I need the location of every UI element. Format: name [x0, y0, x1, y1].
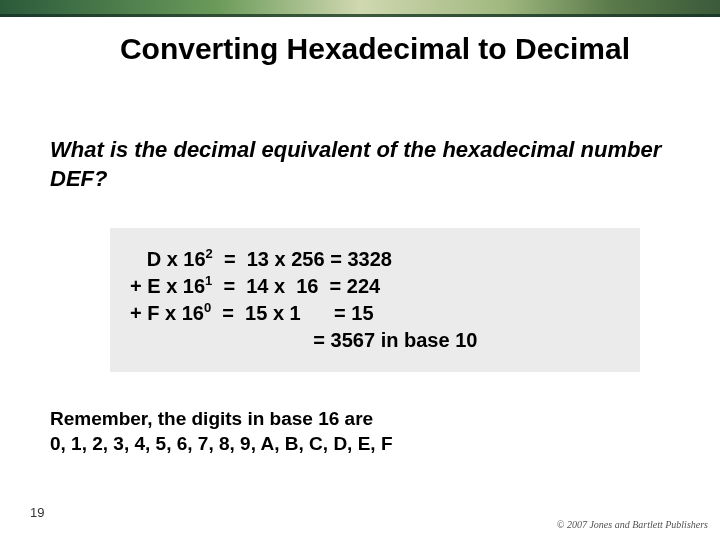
top-banner [0, 0, 720, 14]
calc-line-1: D x 162 = 13 x 256 = 3328 [130, 246, 620, 273]
remember-line-1: Remember, the digits in base 16 are [50, 407, 670, 432]
slide-title: Converting Hexadecimal to Decimal [50, 32, 670, 66]
page-number: 19 [30, 505, 44, 520]
calc-line-2: + E x 161 = 14 x 16 = 224 [130, 273, 620, 300]
calculation-box: D x 162 = 13 x 256 = 3328 + E x 161 = 14… [110, 228, 640, 372]
remember-line-2: 0, 1, 2, 3, 4, 5, 6, 7, 8, 9, A, B, C, D… [50, 432, 670, 457]
copyright-text: © 2007 Jones and Bartlett Publishers [557, 519, 708, 530]
calc-line-3: + F x 160 = 15 x 1 = 15 [130, 300, 620, 327]
slide-content: Converting Hexadecimal to Decimal What i… [0, 14, 720, 457]
remember-text: Remember, the digits in base 16 are 0, 1… [50, 407, 670, 456]
question-text: What is the decimal equivalent of the he… [50, 136, 670, 193]
calc-line-4: = 3567 in base 10 [130, 327, 620, 354]
